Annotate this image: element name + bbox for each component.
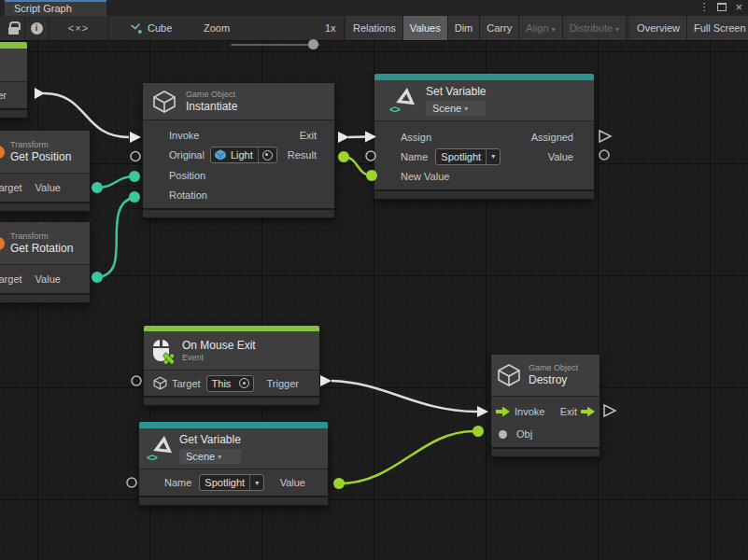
target-object-field[interactable]: This <box>206 375 255 392</box>
toolbar-button-fullscreen[interactable]: Full Screen <box>687 16 748 40</box>
node-title: Get Rotation <box>10 242 73 256</box>
port-label-new-value: New Value <box>401 171 449 182</box>
zoom-level: 1x <box>325 16 336 40</box>
node-get-rotation[interactable]: Transform Get Rotation Target Value <box>0 221 91 303</box>
chevron-down-icon: ▾ <box>487 152 500 161</box>
port-label-invoke: Invoke <box>515 406 544 417</box>
node-instantiate[interactable]: Game Object Instantiate Invoke Exit Orig… <box>142 82 335 218</box>
toolbar-button-values[interactable]: Values <box>403 16 448 40</box>
maximize-icon[interactable] <box>717 3 727 11</box>
original-object-field[interactable]: Light <box>210 147 277 163</box>
chevron-down-icon: ▾ <box>552 25 556 34</box>
chevron-down-icon: ▾ <box>250 479 263 487</box>
node-category: Transform <box>10 140 71 150</box>
code-view-button[interactable]: <×> <box>60 16 97 40</box>
info-icon: i <box>31 22 43 35</box>
port-label-trigger: Trigger <box>267 378 299 389</box>
port-label-position: Position <box>169 170 205 181</box>
node-offscreen-event[interactable]: Trigger <box>0 41 28 119</box>
game-object-icon <box>152 90 176 114</box>
toolbar-button-carry[interactable]: Carry <box>480 16 519 40</box>
green-x-icon <box>162 353 175 365</box>
chevron-down-icon: ▾ <box>218 453 221 461</box>
node-destroy[interactable]: Game Object Destroy Invoke Exit Obj <box>490 354 600 457</box>
toolbar-button-distribute[interactable]: Distribute▾ <box>563 16 627 40</box>
toolbar-button-dim[interactable]: Dim <box>448 16 481 40</box>
mouse-event-icon <box>153 340 169 361</box>
flow-arrow-icon <box>581 407 595 417</box>
tab-script-graph[interactable]: Script Graph <box>5 0 106 16</box>
object-picker-icon[interactable] <box>239 378 249 388</box>
zoom-slider-handle[interactable] <box>308 39 318 49</box>
variable-kind-dropdown[interactable]: Scene ▾ <box>179 449 241 464</box>
close-icon[interactable]: × <box>735 1 742 13</box>
port-label-target: Target <box>172 378 201 389</box>
info-button[interactable]: i <box>27 16 46 40</box>
port-label-original: Original <box>169 149 205 161</box>
object-field-value: Light <box>226 149 258 161</box>
port-label-value: Value <box>35 273 61 285</box>
tab-title: Script Graph <box>14 3 72 14</box>
node-category: Game Object <box>529 363 578 373</box>
node-title: Destroy <box>529 373 578 387</box>
game-object-mini-icon <box>215 149 226 161</box>
node-title: Get Position <box>10 150 71 164</box>
node-category: Transform <box>10 231 73 242</box>
zoom-label: Zoom <box>204 16 230 40</box>
port-label-name: Name <box>164 477 191 488</box>
variable-name-dropdown[interactable]: Spotlight ▾ <box>435 148 501 165</box>
node-title: Set Variable <box>426 85 486 99</box>
variable-kind-dropdown[interactable]: Scene ▾ <box>426 101 486 116</box>
graph-target-label[interactable]: Cube <box>148 16 172 40</box>
code-view-icon: <×> <box>68 22 89 34</box>
port-label-assigned: Assigned <box>531 132 573 143</box>
zoom-slider-track[interactable] <box>231 44 319 46</box>
lock-button[interactable] <box>4 16 22 40</box>
port-label-rotation: Rotation <box>169 189 207 201</box>
node-subtitle: Event <box>182 353 256 363</box>
title-bar: Script Graph ⋮ × <box>0 0 748 16</box>
port-label-obj: Obj <box>516 428 532 440</box>
chevron-down-icon: ▾ <box>615 25 619 34</box>
node-on-mouse-exit[interactable]: On Mouse Exit Event Target This Trigger <box>143 325 320 406</box>
port-label-name: Name <box>401 151 428 162</box>
node-title: Instantiate <box>186 100 237 114</box>
game-object-mini-icon <box>153 376 167 390</box>
transform-icon <box>0 146 5 159</box>
lock-icon <box>8 27 19 35</box>
node-get-position[interactable]: Transform Get Position Target Value <box>0 130 91 212</box>
port-label-assign: Assign <box>401 132 431 143</box>
port-label-target: Target <box>0 182 22 193</box>
port-label-exit: Exit <box>560 406 577 417</box>
port-label-trigger: Trigger <box>0 90 7 101</box>
toolbar-button-align[interactable]: Align▾ <box>519 16 562 40</box>
toolbar-button-relations[interactable]: Relations <box>346 16 403 40</box>
chevron-down-icon: ▾ <box>464 105 468 113</box>
variable-icon: <> <box>391 87 416 115</box>
node-title: Get Variable <box>179 433 241 447</box>
node-category: Game Object <box>186 90 237 100</box>
variable-name-dropdown[interactable]: Spotlight ▾ <box>199 474 264 491</box>
port-label-value: Value <box>280 477 305 488</box>
transform-icon <box>0 237 5 250</box>
graph-pointer-icon <box>129 16 143 40</box>
toolbar-button-overview[interactable]: Overview <box>630 16 687 40</box>
port-label-value: Value <box>35 182 61 193</box>
node-title: On Mouse Exit <box>182 339 256 353</box>
node-set-variable[interactable]: <> Set Variable Scene ▾ Assign Assigned … <box>374 73 595 200</box>
object-picker-icon[interactable] <box>262 150 273 161</box>
variable-icon: <> <box>148 435 174 463</box>
game-object-icon <box>497 363 521 387</box>
obj-port-dot-icon <box>499 430 507 439</box>
node-get-variable[interactable]: <> Get Variable Scene ▾ Name Spotlight ▾… <box>138 421 329 506</box>
kebab-menu-icon[interactable]: ⋮ <box>699 1 709 13</box>
port-label-value: Value <box>548 151 573 162</box>
port-label-result: Result <box>288 149 317 161</box>
flow-arrow-icon <box>496 407 510 417</box>
port-label-invoke: Invoke <box>169 130 199 141</box>
graph-toolbar: i <×> Cube Zoom 1x Relations Values Dim … <box>0 16 748 41</box>
port-label-target: Target <box>0 273 22 285</box>
port-label-exit: Exit <box>300 130 317 141</box>
